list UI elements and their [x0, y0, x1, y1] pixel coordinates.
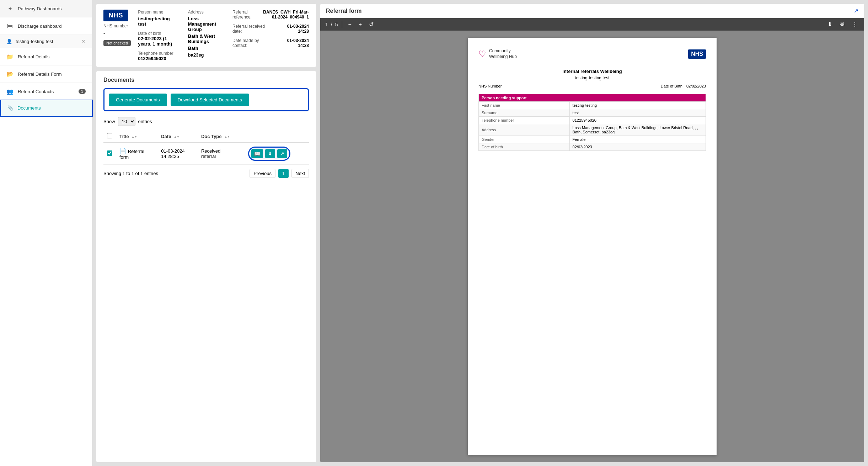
nhs-number-value: -: [103, 31, 131, 36]
sidebar: ✦ Pathway Dashboards 🛏 Discharge dashboa…: [0, 0, 92, 466]
table-row: 📄 Referralform 01-03-2024 14:28:25 Recei…: [103, 143, 309, 165]
pdf-divider-1: [342, 21, 342, 28]
pdf-nhs-logo: NHS: [688, 49, 706, 59]
pdf-patient-name: testing-testing test: [478, 75, 706, 80]
pdf-table-row: Address Loss Management Group, Bath & We…: [479, 124, 706, 136]
pathway-icon: ✦: [6, 5, 14, 12]
cwh-logo-text: Community Wellbeing Hub: [489, 48, 517, 59]
pdf-more-button[interactable]: ⋮: [851, 20, 859, 28]
pdf-row-label: Telephone number: [479, 117, 570, 124]
pdf-row-label: Address: [479, 124, 570, 136]
nhs-number-label: NHS number: [103, 23, 131, 28]
patient-card-sections: Person name testing-testing test Date of…: [138, 10, 309, 61]
pdf-row-value: Loss Management Group, Bath & West Build…: [569, 124, 706, 136]
pdf-zoom-in-button[interactable]: +: [357, 21, 363, 28]
documents-section: Documents Generate Documents Download Se…: [96, 71, 316, 462]
pdf-viewer-panel: Referral form ↗ 1 / 5 − + ↺ ⬇ 🖶 ⋮: [320, 4, 864, 462]
ref-received-value: 01-03-2024 14:28: [278, 24, 309, 34]
pdf-table-row: First name testing-testing: [479, 102, 706, 109]
pdf-doc-subtitle: Internal referrals Wellbeing: [478, 69, 706, 74]
pdf-dob-section: Date of Birth 02/02/2023: [661, 84, 706, 88]
pdf-row-value: 02/02/2023: [569, 143, 706, 151]
pdf-title: Referral form: [326, 8, 361, 14]
patient-name: testing-testing test: [138, 16, 177, 27]
ref-contact-value: 01-03-2024 14:28: [278, 38, 309, 48]
sidebar-item-referral-details[interactable]: 📁 Referral Details: [0, 48, 92, 65]
sidebar-item-referral-contacts[interactable]: 👥 Referral Contacts 1: [0, 83, 92, 100]
doctype-column-header[interactable]: Doc Type ▲▼: [198, 130, 245, 143]
content-area: NHS NHS number - Not checked Person name…: [92, 0, 868, 466]
sidebar-item-documents[interactable]: 📎 Documents: [0, 100, 92, 116]
nhs-logo: NHS: [103, 10, 128, 21]
download-document-button[interactable]: ⬇: [265, 149, 275, 158]
ref-reference-value: BANES_CWH_Fri-Mar-01-2024_004940_1: [261, 10, 309, 20]
ref-received-row: Referral received date: 01-03-2024 14:28: [232, 24, 309, 34]
pdf-rotate-button[interactable]: ↺: [368, 20, 375, 28]
pdf-zoom-out-button[interactable]: −: [347, 21, 353, 28]
ref-received-label: Referral received date:: [232, 24, 271, 34]
pdf-download-button[interactable]: ⬇: [826, 20, 834, 28]
view-document-button[interactable]: 📖: [251, 149, 263, 158]
cwh-heart-icon: ♡: [478, 49, 486, 59]
discharge-icon: 🛏: [6, 22, 14, 30]
doc-file-icon: 📄: [119, 148, 127, 154]
pdf-page-info: 1 / 5: [325, 22, 338, 27]
pagination-bar: Showing 1 to 1 of 1 entries Previous 1 N…: [103, 169, 309, 178]
documents-title: Documents: [103, 77, 309, 83]
dob-value: 02-02-2023 (1 years, 1 month): [138, 36, 177, 47]
pdf-table-row: Date of birth 02/02/2023: [479, 143, 706, 151]
open-external-button[interactable]: ↗: [277, 149, 287, 158]
title-column-header[interactable]: Title ▲▼: [116, 130, 157, 143]
doctype-sort-icon: ▲▼: [224, 135, 230, 138]
doc-type-text: Receivedreferral: [201, 148, 220, 159]
title-sort-icon: ▲▼: [132, 135, 137, 138]
documents-icon: 📎: [7, 105, 13, 111]
page-1-button[interactable]: 1: [278, 169, 289, 178]
left-panel: NHS NHS number - Not checked Person name…: [96, 4, 316, 462]
select-all-header: [103, 130, 116, 143]
row-doctype-cell: Receivedreferral: [198, 143, 245, 165]
sidebar-item-referral-details-form[interactable]: 📂 Referral Details Form: [0, 65, 92, 83]
pdf-current-page: 1: [325, 22, 328, 27]
folder-icon: 📁: [6, 53, 14, 60]
previous-page-button[interactable]: Previous: [250, 169, 275, 178]
select-all-checkbox[interactable]: [107, 133, 112, 138]
patient-address-section: Address Loss Management Group Bath & Wes…: [188, 10, 222, 61]
entries-label: entries: [138, 119, 152, 124]
generate-documents-button[interactable]: Generate Documents: [109, 94, 167, 106]
table-header-row: Title ▲▼ Date ▲▼ Doc Type ▲▼: [103, 130, 309, 143]
pdf-row-value: Female: [569, 136, 706, 143]
address-line2: Bath & West Buildings: [188, 33, 222, 44]
user-icon: 👤: [6, 39, 12, 44]
actions-column-header: [245, 130, 309, 143]
ref-reference-label: Referral reference:: [232, 10, 253, 20]
date-column-header[interactable]: Date ▲▼: [157, 130, 198, 143]
pdf-row-value: 01225945020: [569, 117, 706, 124]
folder-open-icon: 📂: [6, 70, 14, 78]
close-tab-button[interactable]: ✕: [81, 38, 86, 44]
address-line1: Loss Management Group: [188, 16, 222, 32]
pdf-table-row: Surname test: [479, 109, 706, 117]
pdf-external-link-icon[interactable]: ↗: [854, 7, 858, 14]
sidebar-item-pathway-dashboards[interactable]: ✦ Pathway Dashboards: [0, 0, 92, 17]
ref-contact-row: Date made by contact: 01-03-2024 14:28: [232, 38, 309, 48]
pdf-print-button[interactable]: 🖶: [838, 21, 846, 28]
next-page-button[interactable]: Next: [291, 169, 309, 178]
address-line3: Bath: [188, 46, 222, 51]
address-postcode: ba23eg: [188, 52, 222, 58]
contacts-icon: 👥: [6, 88, 14, 95]
sidebar-item-testing-tab[interactable]: 👤 testing-testing test ✕: [0, 35, 92, 48]
not-checked-badge: Not checked: [103, 40, 131, 46]
entries-select[interactable]: 10 25 50: [118, 117, 135, 126]
pdf-table-header: Person needing support: [479, 94, 706, 102]
download-selected-button[interactable]: Download Selected Documents: [171, 94, 249, 106]
page-buttons: Previous 1 Next: [250, 169, 309, 178]
row-checkbox-cell: [103, 143, 116, 165]
row-checkbox[interactable]: [107, 150, 112, 156]
pdf-row-label: Surname: [479, 109, 570, 117]
pdf-content: ♡ Community Wellbeing Hub NHS Internal r…: [320, 31, 864, 462]
pdf-row-value: test: [569, 109, 706, 117]
pdf-dob-label: Date of Birth: [661, 84, 682, 88]
contacts-badge: 1: [79, 89, 86, 94]
sidebar-item-discharge-dashboard[interactable]: 🛏 Discharge dashboard: [0, 17, 92, 35]
